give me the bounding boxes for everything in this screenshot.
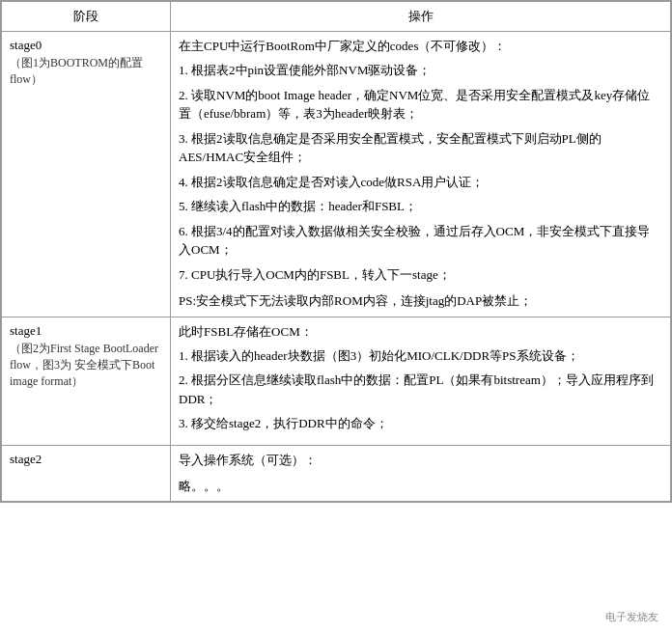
action-cell-0: 在主CPU中运行BootRom中厂家定义的codes（不可修改）：1. 根据表2… [171, 32, 671, 317]
action-intro-2: 导入操作系统（可选）： [179, 452, 662, 469]
stage-title-1: stage1 [10, 323, 162, 339]
action-item-1-1: 2. 根据分区信息继续读取flash中的数据：配置PL（如果有bitstream… [179, 371, 662, 408]
stage-title-0: stage0 [10, 38, 162, 53]
action-intro-0: 在主CPU中运行BootRom中厂家定义的codes（不可修改）： [179, 38, 662, 55]
action-item-0-4: 5. 继续读入flash中的数据：header和FSBL； [179, 197, 662, 216]
col1-header: 阶段 [2, 2, 171, 32]
action-list-0: 1. 根据表2中pin设置使能外部NVM驱动设备；2. 读取NVM的boot I… [179, 61, 662, 284]
action-cell-2: 导入操作系统（可选）：略。。。 [171, 445, 671, 502]
action-item-0-6: 7. CPU执行导入OCM内的FSBL，转入下一stage； [179, 265, 662, 285]
stage-cell-1: stage1（图2为First Stage BootLoader flow，图3… [2, 317, 171, 445]
action-item-1-2: 3. 移交给stage2，执行DDR中的命令； [179, 414, 662, 433]
action-item-0-0: 1. 根据表2中pin设置使能外部NVM驱动设备； [179, 61, 662, 80]
stage-cell-0: stage0（图1为BOOTROM的配置flow） [2, 32, 171, 317]
action-item-0-5: 6. 根据3/4的配置对读入数据做相关安全校验，通过后存入OCM，非安全模式下直… [179, 222, 662, 260]
action-list-1: 1. 根据读入的header块数据（图3）初始化MIO/CLK/DDR等PS系统… [179, 346, 662, 433]
stage-sub-1: （图2为First Stage BootLoader flow，图3为 安全模式… [10, 341, 162, 390]
action-item-0-2: 3. 根据2读取信息确定是否采用安全配置模式，安全配置模式下则启动PL侧的AES… [179, 129, 662, 167]
col2-header: 操作 [171, 2, 671, 32]
stage-cell-2: stage2 [2, 445, 171, 502]
action-intro-1: 此时FSBL存储在OCM： [179, 323, 662, 341]
action-ps-0: PS:安全模式下无法读取内部ROM内容，连接jtag的DAP被禁止； [179, 291, 662, 311]
action-item-1-0: 1. 根据读入的header块数据（图3）初始化MIO/CLK/DDR等PS系统… [179, 346, 662, 366]
action-item-0-3: 4. 根据2读取信息确定是否对读入code做RSA用户认证； [179, 173, 662, 192]
action-item-0-1: 2. 读取NVM的boot Image header，确定NVM位宽、是否采用安… [179, 86, 662, 124]
action-ps-2: 略。。。 [179, 477, 662, 496]
stage-sub-0: （图1为BOOTROM的配置flow） [10, 55, 162, 88]
stage-title-2: stage2 [10, 452, 162, 467]
action-cell-1: 此时FSBL存储在OCM：1. 根据读入的header块数据（图3）初始化MIO… [171, 317, 671, 445]
